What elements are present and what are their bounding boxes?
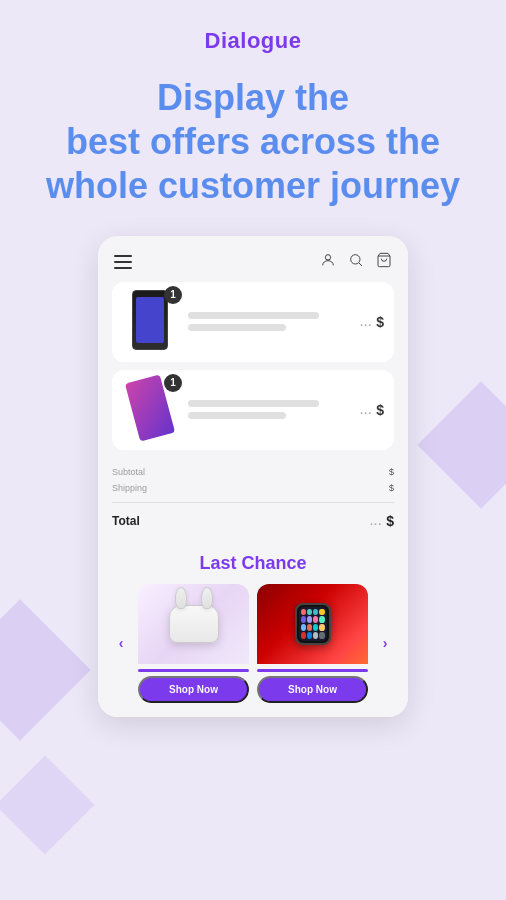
- search-icon[interactable]: [348, 252, 364, 272]
- totals-section: Subtotal $ Shipping $ Total ... $: [98, 458, 408, 543]
- airpod-left-bud: [175, 587, 187, 609]
- cart-item: 1 ... $: [112, 282, 394, 362]
- headline-line3: whole customer journey: [46, 165, 460, 206]
- item-desc-placeholder-2: [188, 412, 286, 419]
- totals-divider: [112, 502, 394, 503]
- products-row: ‹ Shop Now: [112, 584, 394, 703]
- headline-line1: Display the: [157, 77, 349, 118]
- svg-point-0: [325, 254, 330, 259]
- carousel-right-arrow[interactable]: ›: [376, 634, 394, 652]
- watch-face: [299, 607, 327, 641]
- product-bar-watch: [257, 669, 368, 672]
- airpods-case-body: [169, 605, 219, 643]
- subtotal-row: Subtotal $: [112, 464, 394, 480]
- watch-body: [295, 603, 331, 645]
- item-details-1: [188, 312, 352, 331]
- svg-point-1: [351, 254, 360, 263]
- total-label: Total: [112, 514, 140, 528]
- total-value: ... $: [370, 513, 394, 529]
- subtotal-value: $: [389, 467, 394, 477]
- hamburger-icon[interactable]: [114, 255, 132, 269]
- cart-section: 1 ... $ 1: [98, 282, 408, 450]
- product-card-airpods: Shop Now: [138, 584, 249, 703]
- item-image-wrap-2: 1: [122, 378, 178, 442]
- item-details-2: [188, 400, 352, 419]
- watch-image: [257, 584, 368, 664]
- subtotal-label: Subtotal: [112, 467, 145, 477]
- item-name-placeholder: [188, 312, 319, 319]
- product-card-watch: Shop Now: [257, 584, 368, 703]
- item-price-1: ... $: [360, 314, 384, 330]
- shipping-row: Shipping $: [112, 480, 394, 496]
- user-icon[interactable]: [320, 252, 336, 272]
- carousel-left-arrow[interactable]: ‹: [112, 634, 130, 652]
- header-icons: [320, 252, 392, 272]
- last-chance-section: Last Chance ‹ Shop Now: [98, 543, 408, 717]
- item-image-wrap-1: 1: [122, 290, 178, 354]
- airpod-right-bud: [201, 587, 213, 609]
- product-bar-airpods: [138, 669, 249, 672]
- shop-now-button-airpods[interactable]: Shop Now: [138, 676, 249, 703]
- decoration-triangle-left: [0, 599, 91, 740]
- cart-icon[interactable]: [376, 252, 392, 272]
- headline-line2: best offers across the: [66, 121, 440, 162]
- cart-item-2: 1 ... $: [112, 370, 394, 450]
- shipping-value: $: [389, 483, 394, 493]
- decoration-triangle-bottom: [0, 756, 94, 855]
- svg-line-2: [359, 263, 362, 266]
- phone-header: [98, 236, 408, 282]
- shipping-label: Shipping: [112, 483, 147, 493]
- app-title: Dialogue: [205, 28, 302, 54]
- item-name-placeholder-2: [188, 400, 319, 407]
- item-badge-2: 1: [164, 374, 182, 392]
- decoration-triangle-right: [417, 381, 506, 508]
- phone-mockup: 1 ... $ 1: [98, 236, 408, 717]
- item-badge-1: 1: [164, 286, 182, 304]
- item-price-2: ... $: [360, 402, 384, 418]
- airpods-image: [138, 584, 249, 664]
- last-chance-title: Last Chance: [112, 553, 394, 574]
- headline: Display the best offers across the whole…: [16, 76, 490, 208]
- shop-now-button-watch[interactable]: Shop Now: [257, 676, 368, 703]
- phone-product-image-1: [132, 290, 168, 350]
- total-row: Total ... $: [112, 509, 394, 533]
- item-desc-placeholder: [188, 324, 286, 331]
